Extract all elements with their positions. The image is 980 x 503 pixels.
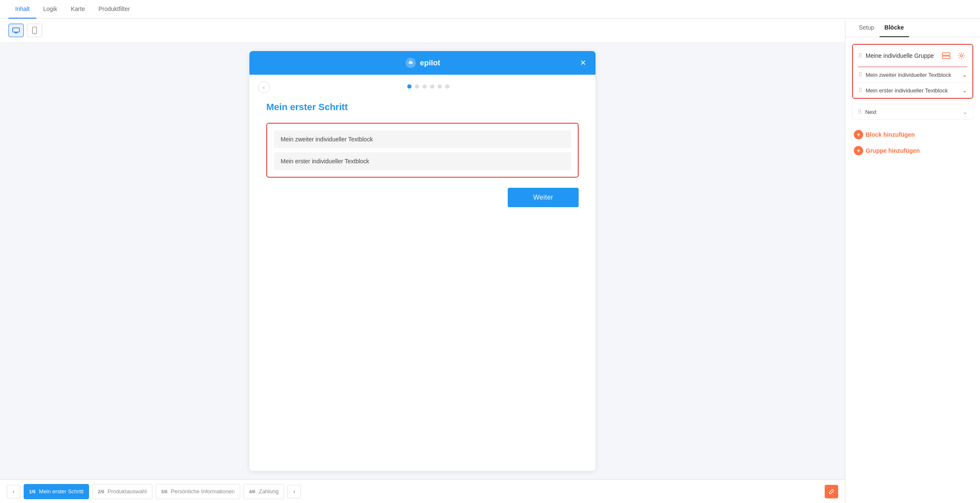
- drag-handle-next[interactable]: ⠿: [858, 109, 862, 115]
- device-switcher: [0, 19, 845, 43]
- sidebar-next-item: ⠿ Next ⌄: [852, 104, 973, 120]
- edit-step-button[interactable]: [825, 485, 838, 498]
- chevron-down-icon-next[interactable]: ⌄: [963, 108, 968, 115]
- step-badge-1: 1/6: [29, 489, 35, 494]
- step-item-3[interactable]: 3/6 Persönliche Informationen: [156, 484, 240, 499]
- text-block-2: Mein erster individueller Textblock: [274, 152, 571, 170]
- drag-handle-group[interactable]: ⠿: [858, 53, 862, 59]
- preview-area: epilot ✕ ‹: [0, 19, 845, 503]
- progress-dot-2: [415, 84, 419, 89]
- drag-handle-block-2[interactable]: ⠿: [858, 87, 862, 93]
- desktop-view-button[interactable]: [8, 24, 24, 37]
- svg-rect-5: [942, 56, 950, 59]
- step-item-4[interactable]: 4/6 Zahlung: [244, 484, 284, 499]
- sidebar-next-label: Next: [865, 109, 959, 115]
- drag-handle-block-1[interactable]: ⠿: [858, 72, 862, 78]
- step-item-1[interactable]: 1/6 Mein erster Schritt: [24, 484, 89, 499]
- sidebar-group-label: Meine individuelle Gruppe: [866, 52, 937, 59]
- step-next-button[interactable]: ›: [287, 485, 301, 498]
- chevron-down-icon-1[interactable]: ⌄: [962, 71, 967, 78]
- svg-rect-4: [942, 53, 950, 55]
- sidebar-tab-bloecke[interactable]: Blöcke: [880, 19, 909, 37]
- progress-dots: [270, 84, 587, 89]
- form-content: Mein erster Schritt Mein zweiter individ…: [249, 93, 596, 224]
- form-logo: epilot: [405, 57, 440, 69]
- step-badge-3: 3/6: [161, 489, 168, 494]
- tab-inhalt[interactable]: Inhalt: [8, 0, 36, 19]
- weiter-button[interactable]: Weiter: [508, 188, 579, 207]
- add-group-label: Gruppe hinzufügen: [866, 147, 920, 154]
- mobile-view-button[interactable]: [27, 24, 42, 37]
- step-label-4: Zahlung: [259, 488, 279, 495]
- step-badge-2: 2/6: [98, 489, 104, 494]
- step-item-2[interactable]: 2/6 Produktauswahl: [92, 484, 152, 499]
- svg-point-6: [961, 55, 963, 57]
- progress-nav-row: ‹: [249, 75, 596, 93]
- top-navigation: Inhalt Logik Karte Produktfilter: [0, 0, 980, 19]
- step-label-2: Produktauswahl: [108, 488, 147, 495]
- prev-step-button[interactable]: ‹: [258, 81, 270, 93]
- add-block-label: Block hinzufügen: [866, 131, 915, 138]
- add-buttons-container: + Block hinzufügen + Gruppe hinzufügen: [852, 127, 973, 159]
- close-button[interactable]: ✕: [577, 57, 589, 69]
- sidebar-group-item: ⠿ Meine individuelle Gruppe: [852, 44, 973, 99]
- tab-produktfilter[interactable]: Produktfilter: [92, 0, 137, 19]
- sidebar-block-label-1: Mein zweiter individueller Textblock: [866, 72, 959, 78]
- form-group-box: Mein zweiter individueller Textblock Mei…: [266, 123, 579, 178]
- tab-karte[interactable]: Karte: [64, 0, 92, 19]
- sidebar-group-header: ⠿ Meine individuelle Gruppe: [853, 45, 972, 67]
- svg-rect-0: [13, 28, 19, 32]
- chevron-down-icon-2[interactable]: ⌄: [962, 87, 967, 94]
- progress-dot-5: [438, 84, 442, 89]
- weiter-button-container: Weiter: [266, 188, 579, 207]
- add-block-icon: +: [854, 130, 863, 139]
- sidebar-content: ⠿ Meine individuelle Gruppe: [845, 37, 980, 503]
- main-layout: epilot ✕ ‹: [0, 19, 980, 503]
- form-preview: epilot ✕ ‹: [249, 51, 596, 471]
- preview-scroll: epilot ✕ ‹: [0, 43, 845, 479]
- step-title: Mein erster Schritt: [266, 102, 579, 113]
- group-layout-button[interactable]: [940, 50, 952, 62]
- sidebar-tabs: Setup Blöcke: [845, 19, 980, 37]
- right-sidebar: Setup Blöcke ⠿ Meine individuelle Gruppe: [845, 19, 980, 503]
- step-bar: ‹ 1/6 Mein erster Schritt 2/6 Produktaus…: [0, 479, 845, 503]
- group-settings-button[interactable]: [956, 50, 967, 62]
- form-header: epilot ✕: [249, 51, 596, 75]
- progress-dot-1: [407, 84, 411, 89]
- add-group-button[interactable]: + Gruppe hinzufügen: [854, 146, 920, 155]
- tab-logik[interactable]: Logik: [36, 0, 64, 19]
- sidebar-block-item-2: ⠿ Mein erster individueller Textblock ⌄: [853, 82, 972, 98]
- sidebar-block-item-1: ⠿ Mein zweiter individueller Textblock ⌄: [853, 67, 972, 82]
- progress-dot-3: [422, 84, 427, 89]
- step-badge-4: 4/6: [249, 489, 255, 494]
- step-label-1: Mein erster Schritt: [39, 488, 83, 495]
- add-block-button[interactable]: + Block hinzufügen: [854, 130, 915, 139]
- text-block-1: Mein zweiter individueller Textblock: [274, 130, 571, 148]
- svg-point-2: [34, 32, 35, 33]
- progress-dot-6: [445, 84, 449, 89]
- sidebar-block-label-2: Mein erster individueller Textblock: [866, 87, 959, 94]
- add-group-icon: +: [854, 146, 863, 155]
- progress-dot-4: [430, 84, 434, 89]
- step-prev-button[interactable]: ‹: [7, 485, 20, 498]
- logo-text: epilot: [420, 59, 440, 68]
- sidebar-tab-setup[interactable]: Setup: [854, 19, 880, 37]
- step-label-3: Persönliche Informationen: [171, 488, 235, 495]
